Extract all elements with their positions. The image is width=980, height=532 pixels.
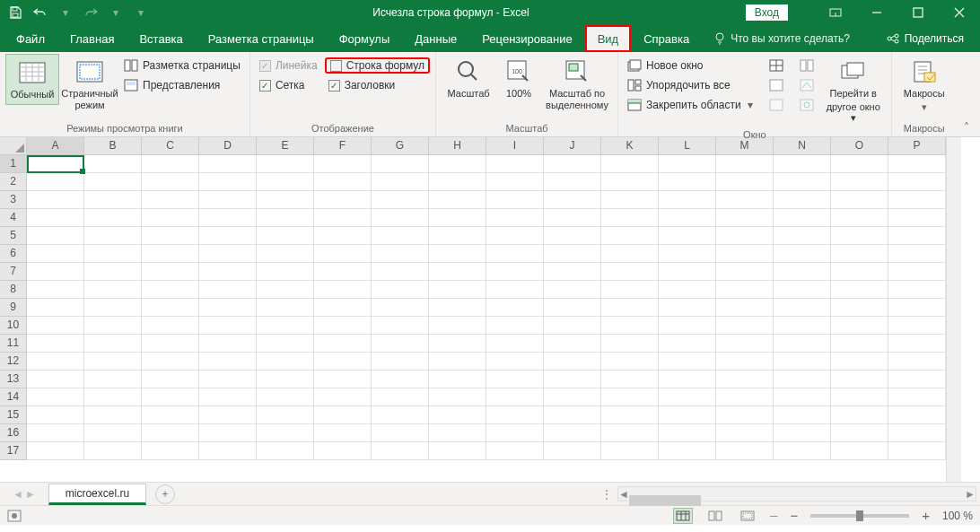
- cell[interactable]: [486, 227, 544, 245]
- cell[interactable]: [84, 406, 142, 424]
- cell[interactable]: [84, 245, 142, 263]
- cell[interactable]: [774, 155, 831, 173]
- cell[interactable]: [716, 209, 774, 227]
- cell[interactable]: [888, 388, 946, 406]
- cell[interactable]: [888, 371, 946, 388]
- row-header[interactable]: 10: [0, 317, 27, 335]
- scroll-right-icon[interactable]: ►: [965, 488, 976, 501]
- cell[interactable]: [831, 155, 888, 173]
- cell[interactable]: [774, 209, 831, 227]
- column-header[interactable]: D: [199, 137, 257, 155]
- cell[interactable]: [84, 371, 142, 388]
- zoom-selection-button[interactable]: Масштаб по выделенному: [542, 54, 612, 114]
- macros-button[interactable]: Макросы ▾: [897, 54, 951, 116]
- cell[interactable]: [544, 263, 601, 281]
- cell[interactable]: [888, 317, 946, 335]
- minimize-icon[interactable]: [856, 0, 897, 25]
- cell[interactable]: [257, 155, 314, 173]
- cell[interactable]: [257, 191, 314, 209]
- cell[interactable]: [659, 191, 716, 209]
- cell[interactable]: [27, 173, 84, 191]
- cell[interactable]: [774, 442, 831, 460]
- cell[interactable]: [659, 317, 716, 335]
- cell[interactable]: [716, 155, 774, 173]
- column-header[interactable]: G: [372, 137, 429, 155]
- cell[interactable]: [142, 371, 199, 388]
- cell[interactable]: [659, 263, 716, 281]
- cell[interactable]: [888, 263, 946, 281]
- cell[interactable]: [429, 424, 486, 442]
- cell[interactable]: [199, 353, 257, 371]
- cell[interactable]: [716, 406, 774, 424]
- cell[interactable]: [716, 263, 774, 281]
- cell[interactable]: [888, 227, 946, 245]
- redo-icon[interactable]: [81, 3, 101, 22]
- scroll-thumb[interactable]: [629, 495, 701, 506]
- undo-icon[interactable]: [31, 3, 50, 22]
- cell[interactable]: [831, 263, 888, 281]
- cell[interactable]: [257, 424, 314, 442]
- cell[interactable]: [659, 335, 716, 353]
- cell[interactable]: [659, 209, 716, 227]
- cell[interactable]: [486, 299, 544, 317]
- zoom-slider[interactable]: [810, 514, 909, 518]
- cell[interactable]: [257, 371, 314, 388]
- cell[interactable]: [888, 442, 946, 460]
- cell[interactable]: [601, 209, 659, 227]
- cell[interactable]: [142, 209, 199, 227]
- cell[interactable]: [199, 335, 257, 353]
- cell[interactable]: [831, 406, 888, 424]
- cell[interactable]: [27, 191, 84, 209]
- cell[interactable]: [142, 424, 199, 442]
- cell[interactable]: [84, 317, 142, 335]
- cell[interactable]: [199, 317, 257, 335]
- view-pagelayout-icon[interactable]: [705, 508, 725, 524]
- cell[interactable]: [142, 388, 199, 406]
- pos-button[interactable]: [796, 97, 818, 113]
- tab-review[interactable]: Рецензирование: [469, 25, 584, 52]
- qat-customize-icon[interactable]: ▾: [131, 3, 151, 22]
- cell[interactable]: [831, 209, 888, 227]
- cell[interactable]: [84, 191, 142, 209]
- cell[interactable]: [831, 424, 888, 442]
- cell[interactable]: [84, 263, 142, 281]
- cell[interactable]: [888, 209, 946, 227]
- cell[interactable]: [486, 155, 544, 173]
- cell[interactable]: [774, 388, 831, 406]
- cell[interactable]: [257, 173, 314, 191]
- cell[interactable]: [257, 299, 314, 317]
- cell[interactable]: [372, 245, 429, 263]
- cell[interactable]: [486, 442, 544, 460]
- row-header[interactable]: 17: [0, 442, 27, 460]
- cell[interactable]: [142, 317, 199, 335]
- cell[interactable]: [199, 299, 257, 317]
- cell[interactable]: [314, 155, 372, 173]
- freeze-panes-button[interactable]: Закрепить области▾: [624, 97, 757, 113]
- cell[interactable]: [486, 173, 544, 191]
- cell[interactable]: [716, 245, 774, 263]
- cell[interactable]: [601, 191, 659, 209]
- share-button[interactable]: Поделиться: [874, 25, 976, 52]
- column-header[interactable]: B: [84, 137, 142, 155]
- cell[interactable]: [84, 209, 142, 227]
- cell[interactable]: [486, 388, 544, 406]
- cell[interactable]: [257, 442, 314, 460]
- cell[interactable]: [659, 353, 716, 371]
- cell[interactable]: [831, 442, 888, 460]
- tab-help[interactable]: Справка: [631, 25, 702, 52]
- cell[interactable]: [831, 191, 888, 209]
- cell[interactable]: [544, 424, 601, 442]
- add-sheet-button[interactable]: ＋: [155, 484, 175, 504]
- split-button[interactable]: [766, 57, 787, 74]
- cell[interactable]: [84, 155, 142, 173]
- cell[interactable]: [372, 227, 429, 245]
- row-header[interactable]: 8: [0, 281, 27, 299]
- cell[interactable]: [774, 335, 831, 353]
- cell[interactable]: [142, 335, 199, 353]
- zoom-in-icon[interactable]: +: [922, 508, 930, 523]
- cell[interactable]: [257, 388, 314, 406]
- cell[interactable]: [314, 335, 372, 353]
- cell[interactable]: [774, 406, 831, 424]
- cell[interactable]: [257, 335, 314, 353]
- unhide-button[interactable]: [766, 97, 787, 113]
